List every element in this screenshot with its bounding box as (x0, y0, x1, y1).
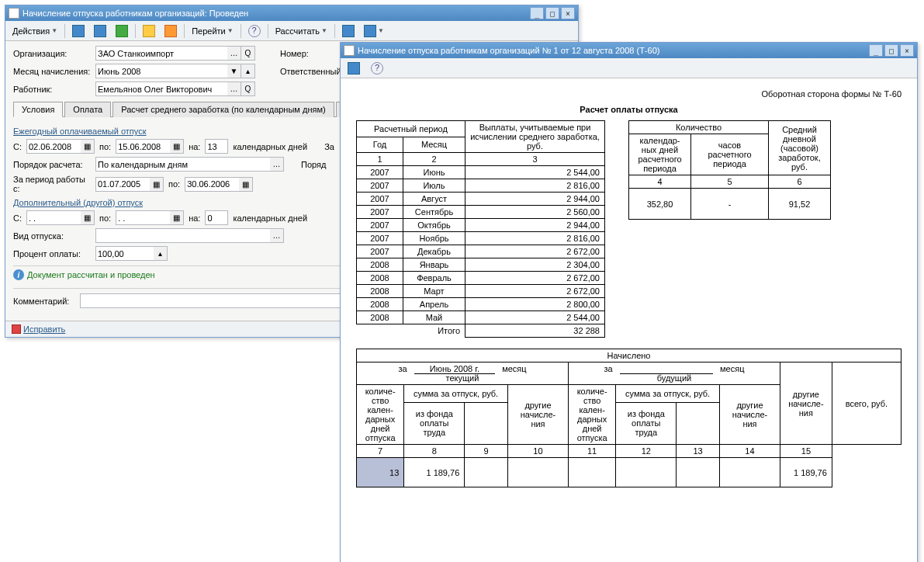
extra-days-field[interactable]: 0 (205, 210, 228, 225)
toolbar: ? (341, 58, 917, 78)
select-button[interactable]: … (270, 228, 284, 243)
accrued-title: Начислено (357, 349, 902, 363)
table-row: 2007Ноябрь2 816,00 (357, 232, 605, 245)
stepper-button[interactable]: ▴ (154, 246, 168, 261)
qty-header: Количество (629, 121, 769, 134)
post-icon (143, 25, 155, 37)
window-title: Начисление отпуска работникам организаци… (22, 9, 528, 18)
worker-label: Работник: (13, 85, 91, 94)
table-row: 2007Август2 944,00 (357, 193, 605, 206)
print-button[interactable] (344, 61, 364, 76)
arrow-right-icon (94, 25, 106, 37)
sum-value: 1 189,76 (404, 458, 465, 487)
help-button[interactable]: ? (244, 23, 265, 39)
select-button[interactable]: … (270, 157, 284, 172)
toolbar: Действия▼ Перейти▼ ? Рассчитать▼ ▼ (5, 21, 578, 41)
tab-payment[interactable]: Оплата (64, 102, 111, 117)
dropdown-button[interactable]: ▼ (227, 64, 241, 78)
list-view-button[interactable] (338, 23, 358, 39)
table-row: 2007Сентябрь2 560,00 (357, 206, 605, 219)
calendar-icon[interactable]: ▦ (150, 177, 164, 192)
to-label: по: (99, 142, 111, 151)
arrow-left-icon (72, 25, 85, 37)
calendar-icon[interactable]: ▦ (170, 210, 184, 225)
hours-header: часов расчетного периода (691, 134, 769, 175)
percent-label: Процент оплаты: (13, 249, 91, 258)
za-label: За (324, 142, 334, 151)
document-icon (344, 45, 355, 56)
month-field[interactable]: Июнь 2008 ▼ ▴ (95, 64, 255, 78)
tab-average-calc[interactable]: Расчет среднего заработка (по календарны… (112, 102, 334, 117)
close-button[interactable]: × (900, 44, 914, 57)
actions-menu[interactable]: Действия▼ (9, 23, 61, 39)
percent-field[interactable]: 100,00▴ (95, 246, 168, 261)
table-row: 2008Апрель2 800,00 (357, 298, 605, 311)
maximize-button[interactable]: □ (545, 7, 559, 19)
period-to-field[interactable]: 30.06.2006▦ (185, 177, 253, 192)
extra-date-from-field[interactable]: . .▦ (26, 210, 95, 225)
autofill-button[interactable]: ▼ (360, 23, 388, 39)
table-row: 2007Декабрь2 672,00 (357, 245, 605, 258)
comment-label: Комментарий: (13, 297, 75, 306)
calc-order-field[interactable]: По календарным дням… (95, 157, 284, 172)
period-from-field[interactable]: 01.07.2005▦ (95, 177, 164, 192)
date-to-field[interactable]: 15.06.2008▦ (116, 139, 184, 154)
month-label: Месяц начисления: (13, 67, 91, 76)
list-icon (342, 25, 355, 37)
table-row: 2008Январь2 304,00 (357, 258, 605, 272)
unpost-button[interactable] (161, 23, 181, 39)
cal-days-header: календар- ных дней расчетного периода (629, 134, 691, 175)
date-from-field[interactable]: 02.06.2008▦ (26, 139, 95, 154)
maximize-button[interactable]: □ (884, 44, 898, 57)
post-button[interactable] (139, 23, 159, 39)
refresh-button[interactable] (112, 23, 132, 39)
days-value: 13 (357, 458, 404, 487)
period-header: Расчетный период (357, 121, 465, 137)
year-header: Год (357, 137, 403, 153)
nav-next-button[interactable] (90, 23, 110, 39)
table-row: 2008Май2 544,00 (357, 311, 605, 324)
table-row: 2007Июль2 816,00 (357, 179, 605, 193)
tab-conditions[interactable]: Условия (13, 102, 63, 117)
to-label: по: (99, 213, 111, 223)
goto-menu[interactable]: Перейти▼ (188, 23, 237, 39)
calendar-icon[interactable]: ▦ (81, 210, 95, 225)
vacation-kind-label: Вид отпуска: (13, 231, 91, 241)
na-label: на: (189, 142, 200, 151)
month-header: Месяц (403, 137, 465, 153)
open-button[interactable]: Q (241, 46, 255, 61)
nav-prev-button[interactable] (68, 23, 88, 39)
responsible-label: Ответственный (280, 67, 341, 76)
vacation-kind-field[interactable]: … (95, 228, 284, 243)
calendar-icon[interactable]: ▦ (170, 139, 184, 154)
table-row: 2008Март2 672,00 (357, 285, 605, 298)
autofill-icon (364, 25, 376, 37)
calendar-icon[interactable]: ▦ (81, 139, 95, 154)
help-icon: ? (371, 62, 383, 75)
open-button[interactable]: Q (241, 82, 255, 96)
status-text: Документ рассчитан и проведен (27, 270, 155, 279)
total-value: 32 288 (465, 324, 605, 338)
calculate-menu[interactable]: Рассчитать▼ (272, 23, 331, 39)
select-button[interactable]: … (227, 82, 241, 96)
worker-field[interactable]: Емельянов Олег Викторович … Q (95, 82, 255, 96)
total-label: Итого (357, 324, 465, 338)
unpost-icon (164, 25, 177, 37)
refresh-icon (116, 25, 128, 37)
select-button[interactable]: … (227, 46, 241, 61)
help-button[interactable]: ? (367, 61, 387, 76)
minimize-button[interactable]: _ (869, 44, 883, 57)
organization-field[interactable]: ЗАО Станкоимпорт … Q (95, 46, 255, 61)
minimize-button[interactable]: _ (530, 7, 544, 19)
other-accruals-header: другие начисле- ния (780, 363, 832, 445)
pencil-icon (12, 324, 21, 334)
extra-date-to-field[interactable]: . .▦ (116, 210, 184, 225)
stepper-button[interactable]: ▴ (241, 64, 255, 78)
close-button[interactable]: × (561, 7, 575, 19)
info-icon: i (13, 269, 24, 280)
number-label: Номер: (280, 49, 309, 58)
days-field[interactable]: 13 (205, 139, 228, 154)
report-title: Расчет оплаты отпуска (356, 105, 902, 114)
calendar-icon[interactable]: ▦ (239, 177, 253, 192)
fix-link[interactable]: Исправить (12, 324, 65, 334)
